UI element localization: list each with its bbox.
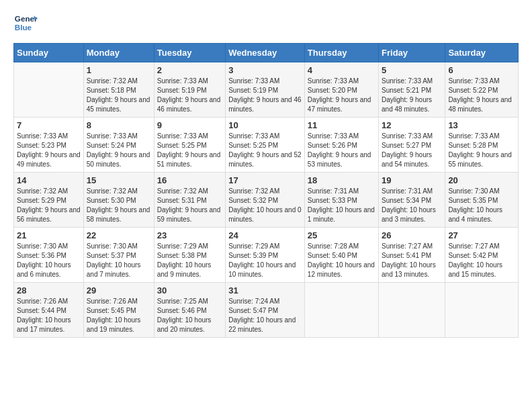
day-number: 26 <box>382 230 442 240</box>
day-info: Sunrise: 7:27 AMSunset: 5:42 PMDaylight:… <box>448 242 515 279</box>
calendar-cell: 16Sunrise: 7:32 AMSunset: 5:31 PMDayligh… <box>154 173 225 228</box>
day-info: Sunrise: 7:30 AMSunset: 5:36 PMDaylight:… <box>17 242 81 279</box>
calendar-week-row: 7Sunrise: 7:33 AMSunset: 5:23 PMDaylight… <box>14 118 519 173</box>
day-info: Sunrise: 7:24 AMSunset: 5:47 PMDaylight:… <box>228 297 302 334</box>
calendar-week-row: 1Sunrise: 7:32 AMSunset: 5:18 PMDaylight… <box>14 62 519 118</box>
calendar-cell: 2Sunrise: 7:33 AMSunset: 5:19 PMDaylight… <box>154 62 225 118</box>
day-info: Sunrise: 7:32 AMSunset: 5:31 PMDaylight:… <box>157 187 222 224</box>
day-info: Sunrise: 7:30 AMSunset: 5:37 PMDaylight:… <box>87 242 151 279</box>
day-number: 16 <box>157 175 222 185</box>
calendar-cell <box>379 283 445 338</box>
calendar-cell: 3Sunrise: 7:33 AMSunset: 5:19 PMDaylight… <box>226 62 305 118</box>
calendar-week-row: 21Sunrise: 7:30 AMSunset: 5:36 PMDayligh… <box>14 228 519 283</box>
day-number: 1 <box>87 65 151 75</box>
calendar-cell: 23Sunrise: 7:29 AMSunset: 5:38 PMDayligh… <box>154 228 225 283</box>
calendar-cell: 10Sunrise: 7:33 AMSunset: 5:25 PMDayligh… <box>226 118 305 173</box>
page-header: General Blue <box>13 11 519 35</box>
day-info: Sunrise: 7:33 AMSunset: 5:26 PMDaylight:… <box>308 132 375 169</box>
day-info: Sunrise: 7:27 AMSunset: 5:41 PMDaylight:… <box>382 242 442 279</box>
day-info: Sunrise: 7:30 AMSunset: 5:35 PMDaylight:… <box>448 187 515 224</box>
calendar-cell: 18Sunrise: 7:31 AMSunset: 5:33 PMDayligh… <box>304 173 378 228</box>
day-info: Sunrise: 7:33 AMSunset: 5:19 PMDaylight:… <box>157 77 222 114</box>
day-info: Sunrise: 7:26 AMSunset: 5:44 PMDaylight:… <box>17 297 81 334</box>
day-number: 3 <box>228 65 302 75</box>
day-number: 10 <box>228 120 302 130</box>
day-number: 29 <box>87 285 151 295</box>
day-info: Sunrise: 7:33 AMSunset: 5:25 PMDaylight:… <box>228 132 302 169</box>
calendar-cell: 17Sunrise: 7:32 AMSunset: 5:32 PMDayligh… <box>226 173 305 228</box>
day-info: Sunrise: 7:26 AMSunset: 5:45 PMDaylight:… <box>87 297 151 334</box>
day-number: 5 <box>382 65 442 75</box>
day-info: Sunrise: 7:31 AMSunset: 5:34 PMDaylight:… <box>382 187 442 224</box>
day-number: 2 <box>157 65 222 75</box>
calendar-cell: 22Sunrise: 7:30 AMSunset: 5:37 PMDayligh… <box>83 228 154 283</box>
day-info: Sunrise: 7:32 AMSunset: 5:18 PMDaylight:… <box>87 77 151 114</box>
weekday-header: Tuesday <box>154 44 225 62</box>
day-number: 15 <box>87 175 151 185</box>
day-number: 28 <box>17 285 81 295</box>
day-info: Sunrise: 7:33 AMSunset: 5:25 PMDaylight:… <box>157 132 222 169</box>
calendar-cell: 11Sunrise: 7:33 AMSunset: 5:26 PMDayligh… <box>304 118 378 173</box>
day-number: 31 <box>228 285 302 295</box>
day-number: 20 <box>448 175 515 185</box>
day-number: 18 <box>308 175 375 185</box>
day-number: 9 <box>157 120 222 130</box>
weekday-header: Thursday <box>304 44 378 62</box>
weekday-header-row: SundayMondayTuesdayWednesdayThursdayFrid… <box>14 44 519 62</box>
day-info: Sunrise: 7:29 AMSunset: 5:39 PMDaylight:… <box>228 242 302 279</box>
calendar-cell <box>14 62 84 118</box>
day-info: Sunrise: 7:33 AMSunset: 5:20 PMDaylight:… <box>308 77 375 114</box>
calendar-cell: 19Sunrise: 7:31 AMSunset: 5:34 PMDayligh… <box>379 173 445 228</box>
day-number: 24 <box>228 230 302 240</box>
calendar-cell: 14Sunrise: 7:32 AMSunset: 5:29 PMDayligh… <box>14 173 84 228</box>
calendar-cell: 9Sunrise: 7:33 AMSunset: 5:25 PMDaylight… <box>154 118 225 173</box>
calendar-cell <box>445 283 519 338</box>
day-info: Sunrise: 7:25 AMSunset: 5:46 PMDaylight:… <box>157 297 222 334</box>
calendar-cell: 7Sunrise: 7:33 AMSunset: 5:23 PMDaylight… <box>14 118 84 173</box>
day-info: Sunrise: 7:33 AMSunset: 5:22 PMDaylight:… <box>448 77 515 114</box>
calendar-cell <box>304 283 378 338</box>
day-number: 30 <box>157 285 222 295</box>
calendar-cell: 4Sunrise: 7:33 AMSunset: 5:20 PMDaylight… <box>304 62 378 118</box>
weekday-header: Saturday <box>445 44 519 62</box>
calendar-cell: 1Sunrise: 7:32 AMSunset: 5:18 PMDaylight… <box>83 62 154 118</box>
calendar-cell: 26Sunrise: 7:27 AMSunset: 5:41 PMDayligh… <box>379 228 445 283</box>
calendar-cell: 27Sunrise: 7:27 AMSunset: 5:42 PMDayligh… <box>445 228 519 283</box>
day-number: 8 <box>87 120 151 130</box>
calendar-cell: 25Sunrise: 7:28 AMSunset: 5:40 PMDayligh… <box>304 228 378 283</box>
day-number: 19 <box>382 175 442 185</box>
day-number: 6 <box>448 65 515 75</box>
day-info: Sunrise: 7:33 AMSunset: 5:23 PMDaylight:… <box>17 132 81 169</box>
day-number: 21 <box>17 230 81 240</box>
day-info: Sunrise: 7:33 AMSunset: 5:24 PMDaylight:… <box>87 132 151 169</box>
calendar-cell: 31Sunrise: 7:24 AMSunset: 5:47 PMDayligh… <box>226 283 305 338</box>
calendar-cell: 29Sunrise: 7:26 AMSunset: 5:45 PMDayligh… <box>83 283 154 338</box>
day-number: 11 <box>308 120 375 130</box>
calendar-cell: 15Sunrise: 7:32 AMSunset: 5:30 PMDayligh… <box>83 173 154 228</box>
calendar-week-row: 28Sunrise: 7:26 AMSunset: 5:44 PMDayligh… <box>14 283 519 338</box>
day-number: 4 <box>308 65 375 75</box>
day-number: 23 <box>157 230 222 240</box>
day-number: 14 <box>17 175 81 185</box>
day-info: Sunrise: 7:33 AMSunset: 5:21 PMDaylight:… <box>382 77 442 114</box>
calendar-cell: 5Sunrise: 7:33 AMSunset: 5:21 PMDaylight… <box>379 62 445 118</box>
day-info: Sunrise: 7:33 AMSunset: 5:27 PMDaylight:… <box>382 132 442 169</box>
calendar-cell: 30Sunrise: 7:25 AMSunset: 5:46 PMDayligh… <box>154 283 225 338</box>
logo: General Blue <box>13 11 38 35</box>
day-info: Sunrise: 7:32 AMSunset: 5:32 PMDaylight:… <box>228 187 302 224</box>
calendar-cell: 12Sunrise: 7:33 AMSunset: 5:27 PMDayligh… <box>379 118 445 173</box>
day-number: 27 <box>448 230 515 240</box>
day-number: 25 <box>308 230 375 240</box>
calendar-cell: 13Sunrise: 7:33 AMSunset: 5:28 PMDayligh… <box>445 118 519 173</box>
day-info: Sunrise: 7:33 AMSunset: 5:19 PMDaylight:… <box>228 77 302 114</box>
day-number: 13 <box>448 120 515 130</box>
calendar-cell: 20Sunrise: 7:30 AMSunset: 5:35 PMDayligh… <box>445 173 519 228</box>
day-number: 12 <box>382 120 442 130</box>
weekday-header: Wednesday <box>226 44 305 62</box>
calendar-cell: 24Sunrise: 7:29 AMSunset: 5:39 PMDayligh… <box>226 228 305 283</box>
day-number: 7 <box>17 120 81 130</box>
day-number: 22 <box>87 230 151 240</box>
weekday-header: Monday <box>83 44 154 62</box>
day-info: Sunrise: 7:29 AMSunset: 5:38 PMDaylight:… <box>157 242 222 279</box>
calendar-cell: 21Sunrise: 7:30 AMSunset: 5:36 PMDayligh… <box>14 228 84 283</box>
